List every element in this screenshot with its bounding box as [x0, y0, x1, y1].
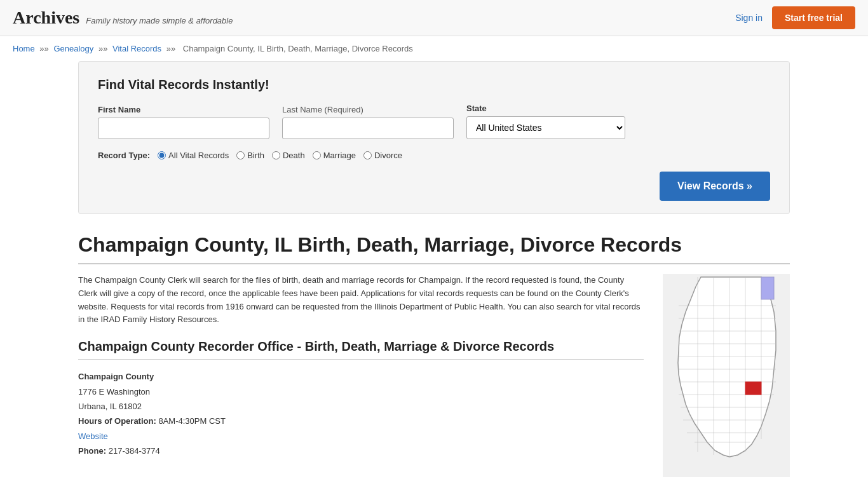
office-website: Website — [78, 429, 644, 444]
state-field: State All United States — [466, 104, 625, 139]
site-header: Archives Family history made simple & af… — [0, 0, 868, 36]
breadcrumb-sep3: »» — [166, 44, 178, 53]
breadcrumb-sep1: »» — [39, 44, 51, 53]
office-hours: Hours of Operation: 8AM-4:30PM CST — [78, 414, 644, 428]
breadcrumb-home[interactable]: Home — [13, 44, 35, 53]
section-heading: Champaign County Recorder Office - Birth… — [78, 339, 644, 360]
radio-all-vital-input[interactable] — [158, 151, 166, 159]
office-name: Champaign County — [78, 369, 644, 384]
radio-death-input[interactable] — [272, 151, 280, 159]
signin-link[interactable]: Sign in — [735, 13, 763, 23]
radio-death[interactable]: Death — [272, 151, 305, 160]
radio-marriage[interactable]: Marriage — [313, 151, 356, 160]
breadcrumb-genealogy[interactable]: Genealogy — [53, 44, 93, 53]
last-name-label: Last Name (Required) — [282, 105, 454, 114]
last-name-input[interactable] — [282, 118, 454, 139]
description-paragraph: The Champaign County Clerk will search f… — [78, 274, 644, 327]
page-title: Champaign County, IL Birth, Death, Marri… — [78, 233, 790, 264]
office-website-link[interactable]: Website — [78, 431, 108, 441]
office-phone-label: Phone: — [78, 446, 106, 456]
search-fields: First Name Last Name (Required) State Al… — [98, 104, 770, 139]
radio-divorce[interactable]: Divorce — [363, 151, 402, 160]
breadcrumb-vital-records[interactable]: Vital Records — [112, 44, 161, 53]
radio-divorce-input[interactable] — [363, 151, 372, 159]
radio-birth-input[interactable] — [236, 151, 245, 159]
start-trial-button[interactable]: Start free trial — [772, 6, 855, 29]
search-title: Find Vital Records Instantly! — [98, 78, 770, 92]
radio-divorce-label: Divorce — [374, 151, 402, 160]
illinois-map — [663, 274, 790, 477]
breadcrumb: Home »» Genealogy »» Vital Records »» Ch… — [0, 36, 868, 61]
state-select[interactable]: All United States — [466, 116, 625, 139]
header-brand: Archives Family history made simple & af… — [13, 8, 233, 28]
last-name-field: Last Name (Required) — [282, 105, 454, 139]
first-name-input[interactable] — [98, 118, 269, 139]
record-type-label: Record Type: — [98, 151, 150, 160]
svg-rect-19 — [761, 277, 774, 299]
radio-birth[interactable]: Birth — [236, 151, 264, 160]
office-phone-value: 217-384-3774 — [109, 446, 160, 456]
first-name-label: First Name — [98, 105, 269, 114]
radio-marriage-input[interactable] — [313, 151, 321, 159]
office-address1: 1776 E Washington — [78, 384, 644, 399]
radio-all-vital-label: All Vital Records — [168, 151, 229, 160]
office-address2: Urbana, IL 61802 — [78, 399, 644, 414]
map-container — [663, 274, 790, 479]
office-hours-label: Hours of Operation: — [78, 416, 156, 426]
content-section: The Champaign County Clerk will search f… — [78, 274, 790, 479]
state-label: State — [466, 104, 625, 113]
radio-marriage-label: Marriage — [323, 151, 356, 160]
office-info: Champaign County 1776 E Washington Urban… — [78, 369, 644, 458]
view-records-button[interactable]: View Records » — [660, 172, 770, 201]
breadcrumb-sep2: »» — [98, 44, 110, 53]
content-text: The Champaign County Clerk will search f… — [78, 274, 644, 479]
record-type-row: Record Type: All Vital Records Birth Dea… — [98, 151, 770, 160]
first-name-field: First Name — [98, 105, 269, 139]
radio-birth-label: Birth — [247, 151, 264, 160]
radio-all-vital[interactable]: All Vital Records — [158, 151, 229, 160]
main-content: Find Vital Records Instantly! First Name… — [65, 61, 803, 479]
svg-rect-18 — [745, 382, 761, 395]
search-box: Find Vital Records Instantly! First Name… — [78, 61, 790, 214]
breadcrumb-current: Champaign County, IL Birth, Death, Marri… — [183, 44, 413, 53]
office-phone: Phone: 217-384-3774 — [78, 444, 644, 458]
office-hours-value: 8AM-4:30PM CST — [158, 416, 225, 426]
brand-tagline: Family history made simple & affordable — [86, 16, 233, 25]
brand-logo: Archives — [13, 8, 79, 28]
header-actions: Sign in Start free trial — [735, 6, 855, 29]
radio-death-label: Death — [283, 151, 305, 160]
